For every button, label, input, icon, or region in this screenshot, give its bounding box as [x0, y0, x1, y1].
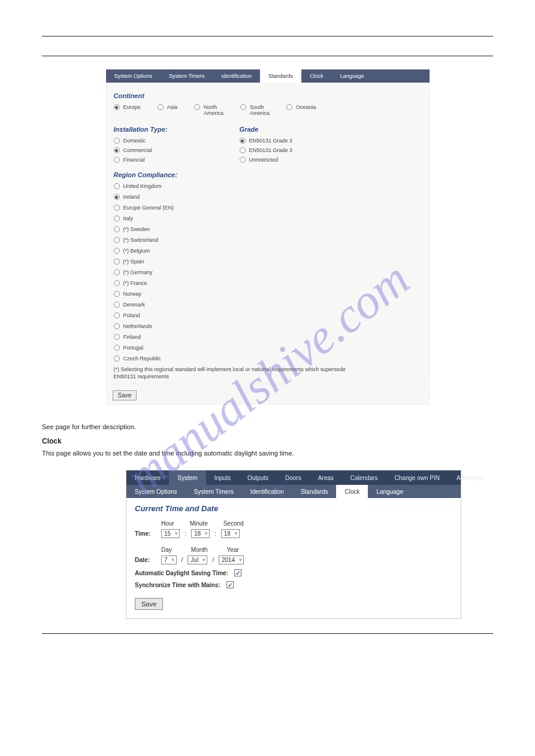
- radio-region-finland[interactable]: Finland: [114, 334, 422, 340]
- minute-head: Minute: [190, 520, 208, 527]
- maintab-hardware[interactable]: Hardware: [126, 470, 169, 485]
- date-label: Date:: [135, 557, 156, 563]
- radio-region-czech[interactable]: Czech Republic: [114, 356, 422, 362]
- radio-icon: [114, 248, 120, 254]
- radio-icon: [194, 104, 200, 110]
- radio-unrestricted[interactable]: Unrestricted: [240, 157, 293, 163]
- radio-grade-2[interactable]: EN50131 Grade 2: [240, 138, 293, 144]
- sync-label: Synchronize Time with Mains:: [135, 582, 220, 588]
- radio-label: Poland: [123, 312, 140, 318]
- radio-europe[interactable]: Europe: [114, 104, 141, 116]
- tab-standards[interactable]: Standards: [260, 69, 301, 83]
- radio-label: Norway: [123, 291, 142, 297]
- maintab-system[interactable]: System: [169, 470, 205, 485]
- radio-icon: [114, 356, 120, 362]
- radio-label: North America: [204, 104, 223, 116]
- radio-asia[interactable]: Asia: [158, 104, 178, 116]
- radio-domestic[interactable]: Domestic: [114, 138, 168, 144]
- tab-identification[interactable]: Identification: [213, 69, 261, 83]
- see-page-text: See page for further description.: [42, 423, 493, 432]
- radio-region-portugal[interactable]: Portugal: [114, 345, 422, 351]
- save-button[interactable]: Save: [135, 598, 163, 610]
- radio-label: Asia: [167, 104, 178, 110]
- month-head: Month: [191, 546, 208, 553]
- hr-top: [42, 36, 493, 37]
- radio-region-france[interactable]: (*) France: [114, 280, 422, 286]
- radio-region-spain[interactable]: (*) Spain: [114, 259, 422, 265]
- sync-checkbox[interactable]: [226, 581, 234, 588]
- adst-label: Automatic Daylight Saving Time:: [135, 570, 228, 576]
- day-select[interactable]: 7: [161, 555, 177, 564]
- radio-icon: [240, 147, 246, 153]
- radio-south-america[interactable]: South America: [240, 104, 270, 116]
- second-select[interactable]: 18: [221, 529, 240, 538]
- radio-icon: [114, 194, 120, 200]
- hr-bottom: [42, 633, 493, 634]
- tab-clock[interactable]: Clock: [301, 69, 332, 83]
- subtab-system-timers[interactable]: System Timers: [186, 485, 242, 498]
- month-select[interactable]: Jul: [188, 555, 207, 564]
- radio-label: Netherlands: [123, 323, 153, 329]
- radio-region-italy[interactable]: Italy: [114, 215, 422, 221]
- radio-label: (*) Switzerland: [123, 237, 159, 243]
- standards-tabbar: System Options System Timers Identificat…: [106, 69, 430, 83]
- radio-region-netherlands[interactable]: Netherlands: [114, 323, 422, 329]
- subtab-system-options[interactable]: System Options: [126, 485, 186, 498]
- tab-system-options[interactable]: System Options: [106, 69, 161, 83]
- radio-icon: [114, 147, 120, 153]
- adst-checkbox[interactable]: [234, 569, 241, 576]
- radio-financial[interactable]: Financial: [114, 157, 168, 163]
- radio-region-belgium[interactable]: (*) Belgium: [114, 248, 422, 254]
- radio-region-ireland[interactable]: Ireland: [114, 194, 422, 200]
- subtab-standards[interactable]: Standards: [292, 485, 337, 498]
- time-label: Time:: [135, 530, 156, 537]
- radio-region-germany[interactable]: (*) Germany: [114, 269, 422, 275]
- radio-label: South America: [250, 104, 270, 116]
- maintab-advanced[interactable]: Advanced: [448, 470, 491, 485]
- hr-upper: [42, 56, 493, 56]
- maintab-calendars[interactable]: Calendars: [342, 470, 386, 485]
- save-button[interactable]: Save: [113, 390, 137, 400]
- radio-icon: [114, 291, 120, 297]
- maintab-doors[interactable]: Doors: [277, 470, 310, 485]
- tab-system-timers[interactable]: System Timers: [161, 69, 213, 83]
- maintab-change-pin[interactable]: Change own PIN: [386, 470, 448, 485]
- maintab-inputs[interactable]: Inputs: [206, 470, 239, 485]
- radio-region-denmark[interactable]: Denmark: [114, 302, 422, 308]
- subtab-identification[interactable]: Identification: [242, 485, 292, 498]
- radio-region-switzerland[interactable]: (*) Switzerland: [114, 237, 422, 243]
- day-head: Day: [161, 546, 172, 553]
- region-list: United Kingdom Ireland Europe General (E…: [114, 183, 422, 362]
- subtab-language[interactable]: Language: [368, 485, 412, 498]
- maintab-outputs[interactable]: Outputs: [239, 470, 277, 485]
- grade-heading: Grade: [240, 126, 293, 133]
- tab-language[interactable]: Language: [332, 69, 373, 83]
- hour-select[interactable]: 15: [161, 529, 180, 538]
- radio-region-sweden[interactable]: (*) Sweden: [114, 226, 422, 232]
- minute-select[interactable]: 18: [191, 529, 210, 538]
- radio-region-uk[interactable]: United Kingdom: [114, 183, 422, 189]
- radio-icon: [114, 280, 120, 286]
- radio-icon: [114, 237, 120, 243]
- radio-icon: [114, 302, 120, 308]
- radio-oceania[interactable]: Oceania: [286, 104, 316, 116]
- radio-label: (*) Belgium: [123, 248, 150, 254]
- subtab-clock[interactable]: Clock: [336, 485, 368, 498]
- year-select[interactable]: 2014: [219, 555, 244, 564]
- clock-description: This page allows you to set the date and…: [42, 449, 493, 458]
- radio-icon: [114, 345, 120, 351]
- radio-region-norway[interactable]: Norway: [114, 291, 422, 297]
- radio-region-europe[interactable]: Europe General (EN): [114, 205, 422, 211]
- radio-label: Portugal: [123, 345, 144, 351]
- clock-heading: Clock: [42, 437, 493, 445]
- sub-tabbar: System Options System Timers Identificat…: [126, 485, 461, 498]
- current-time-heading: Current Time and Date: [135, 504, 452, 513]
- maintab-areas[interactable]: Areas: [310, 470, 342, 485]
- radio-label: EN50131 Grade 2: [249, 138, 293, 144]
- radio-commercial[interactable]: Commercial: [114, 147, 168, 153]
- radio-region-poland[interactable]: Poland: [114, 312, 422, 318]
- radio-label: Commercial: [123, 147, 152, 153]
- radio-north-america[interactable]: North America: [194, 104, 223, 116]
- radio-label: Denmark: [123, 302, 146, 308]
- radio-grade-3[interactable]: EN50131 Grade 3: [240, 147, 293, 153]
